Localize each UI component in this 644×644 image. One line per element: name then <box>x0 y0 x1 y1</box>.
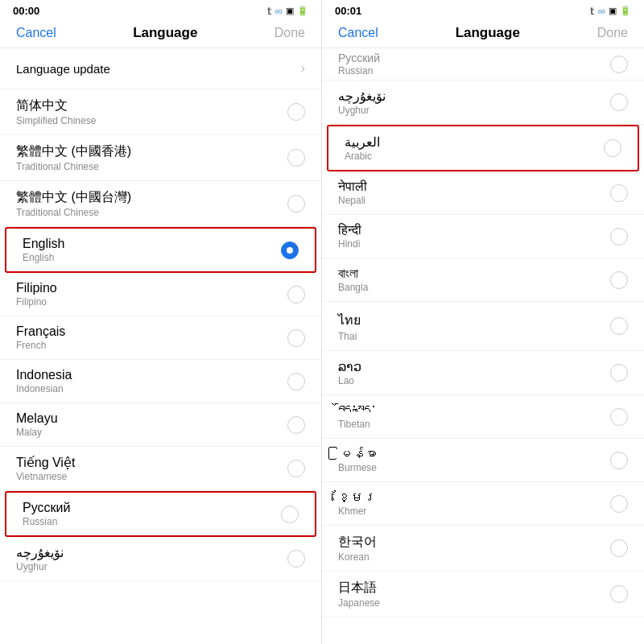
lang-name-simplified-chinese: 简体中文 <box>16 97 96 114</box>
radio-malay[interactable] <box>287 416 305 434</box>
right-lang-name-lao: ລາວ <box>338 359 361 374</box>
right-radio-russian[interactable] <box>610 56 628 73</box>
lang-item-english[interactable]: English English <box>5 227 316 273</box>
lang-item-trad-chinese-tw[interactable]: 繁體中文 (中國台灣) Traditional Chinese <box>0 181 321 227</box>
lang-name-vietnamese: Tiếng Việt <box>16 455 75 470</box>
radio-vietnamese[interactable] <box>287 460 305 477</box>
right-lang-item-burmese[interactable]: မြန်မာ Burmese <box>322 439 644 482</box>
right-lang-item-uyghur[interactable]: نۆيغۇرچە Uyghur <box>322 80 644 125</box>
lang-name-indonesian: Indonesia <box>16 368 72 382</box>
left-cancel-button[interactable]: Cancel <box>16 26 56 40</box>
right-lang-item-bangla[interactable]: বাংলা Bangla <box>322 258 644 302</box>
left-twitter-icon: 𝕥 <box>267 6 272 17</box>
right-lang-item-thai[interactable]: ไทย Thai <box>322 302 644 351</box>
right-radio-thai[interactable] <box>610 317 628 335</box>
right-radio-bangla[interactable] <box>610 271 628 289</box>
lang-item-russian[interactable]: Русский Russian <box>5 491 316 537</box>
right-cancel-button[interactable]: Cancel <box>338 26 378 40</box>
right-radio-korean[interactable] <box>610 539 628 557</box>
lang-sub-simplified-chinese: Simplified Chinese <box>16 115 96 126</box>
right-infinity-icon: ∞ <box>598 5 605 17</box>
right-radio-khmer[interactable] <box>610 495 628 513</box>
lang-item-french[interactable]: Français French <box>0 316 321 360</box>
lang-sub-french: French <box>16 340 65 351</box>
right-lang-name-arabic: العربية <box>345 134 380 150</box>
left-infinity-icon: ∞ <box>275 5 283 17</box>
lang-item-trad-chinese-hk[interactable]: 繁體中文 (中國香港) Traditional Chinese <box>0 135 321 181</box>
lang-name-trad-chinese-hk: 繁體中文 (中國香港) <box>16 143 131 160</box>
lang-item-vietnamese[interactable]: Tiếng Việt Vietnamese <box>0 447 321 491</box>
radio-trad-chinese-hk[interactable] <box>287 149 305 167</box>
lang-sub-english: English <box>23 252 64 263</box>
right-lang-name-burmese: မြန်မာ <box>338 447 377 461</box>
right-lang-name-tibetan: བོད་སྐད་ <box>338 403 377 418</box>
right-radio-arabic[interactable] <box>604 139 621 157</box>
right-lang-sub-lao: Lao <box>338 375 361 386</box>
radio-english[interactable] <box>281 242 299 259</box>
right-lang-item-hindi[interactable]: हिन्दी Hindi <box>322 215 644 258</box>
lang-item-filipino[interactable]: Filipino Filipino <box>0 273 321 316</box>
lang-name-french: Français <box>16 324 65 339</box>
language-update-label: Language update <box>16 62 110 76</box>
right-sim-icon: ▣ <box>609 6 617 16</box>
lang-item-uyghur[interactable]: نۆيغۇرچە Uyghur <box>0 537 321 581</box>
right-radio-hindi[interactable] <box>610 228 628 246</box>
lang-item-simplified-chinese[interactable]: 简体中文 Simplified Chinese <box>0 89 321 135</box>
lang-item-malay[interactable]: Melayu Malay <box>0 403 321 447</box>
right-lang-item-arabic[interactable]: العربية Arabic <box>327 125 639 171</box>
right-lang-item-lao[interactable]: ລາວ Lao <box>322 351 644 395</box>
right-lang-item-nepali[interactable]: नेपाली Nepali <box>322 171 644 215</box>
right-lang-item-japanese[interactable]: 日本語 Japanese <box>322 572 644 617</box>
right-lang-name-thai: ไทย <box>338 310 361 330</box>
right-radio-lao[interactable] <box>610 364 628 382</box>
right-radio-japanese[interactable] <box>610 585 628 603</box>
right-lang-sub-burmese: Burmese <box>338 462 377 473</box>
right-lang-name-khmer: ខ្មែរ <box>338 490 377 505</box>
lang-name-russian: Русский <box>23 501 70 515</box>
radio-russian[interactable] <box>281 506 299 523</box>
lang-name-english: English <box>23 237 64 251</box>
right-radio-tibetan[interactable] <box>610 408 628 426</box>
left-sim-icon: ▣ <box>286 6 294 16</box>
right-lang-item-khmer[interactable]: ខ្មែរ Khmer <box>322 482 644 526</box>
right-twitter-icon: 𝕥 <box>590 6 595 17</box>
left-status-bar: 00:00 𝕥 ∞ ▣ 🔋 <box>0 0 321 20</box>
right-lang-sub-japanese: Japanese <box>338 597 380 609</box>
right-lang-item-tibetan[interactable]: བོད་སྐད་ Tibetan <box>322 395 644 439</box>
lang-sub-vietnamese: Vietnamese <box>16 471 75 482</box>
right-time: 00:01 <box>335 5 361 17</box>
right-lang-sub-thai: Thai <box>338 331 361 342</box>
right-status-icons: 𝕥 ∞ ▣ 🔋 <box>590 5 631 17</box>
left-page-title: Language <box>133 25 197 41</box>
lang-sub-trad-chinese-tw: Traditional Chinese <box>16 207 131 218</box>
right-lang-name-nepali: नेपाली <box>338 180 367 194</box>
language-update-row[interactable]: Language update › <box>0 48 321 89</box>
right-radio-nepali[interactable] <box>610 184 628 202</box>
right-radio-uyghur[interactable] <box>610 93 628 111</box>
radio-simplified-chinese[interactable] <box>287 103 305 121</box>
lang-name-malay: Melayu <box>16 411 58 426</box>
right-status-bar: 00:01 𝕥 ∞ ▣ 🔋 <box>322 0 644 20</box>
right-lang-name-japanese: 日本語 <box>338 580 380 597</box>
left-battery-icon: 🔋 <box>297 6 308 16</box>
right-lang-item-korean[interactable]: 한국어 Korean <box>322 526 644 572</box>
right-lang-name-korean: 한국어 <box>338 534 377 551</box>
lang-item-indonesian[interactable]: Indonesia Indonesian <box>0 360 321 403</box>
right-radio-burmese[interactable] <box>610 452 628 469</box>
radio-uyghur[interactable] <box>287 550 305 568</box>
radio-indonesian[interactable] <box>287 373 305 390</box>
lang-name-uyghur: نۆيغۇرچە <box>16 545 64 560</box>
right-lang-sub-hindi: Hindi <box>338 238 361 250</box>
radio-filipino[interactable] <box>287 286 305 303</box>
right-done-button[interactable]: Done <box>597 26 628 40</box>
right-lang-item-russian[interactable]: Русский Russian <box>322 48 644 80</box>
right-lang-sub-nepali: Nepali <box>338 195 367 206</box>
left-done-button[interactable]: Done <box>275 26 305 40</box>
lang-name-filipino: Filipino <box>16 281 57 295</box>
radio-trad-chinese-tw[interactable] <box>287 195 305 213</box>
lang-sub-malay: Malay <box>16 427 58 438</box>
radio-french[interactable] <box>287 329 305 347</box>
right-page-title: Language <box>456 25 520 41</box>
lang-sub-indonesian: Indonesian <box>16 383 72 394</box>
left-nav-bar: Cancel Language Done <box>0 20 321 48</box>
